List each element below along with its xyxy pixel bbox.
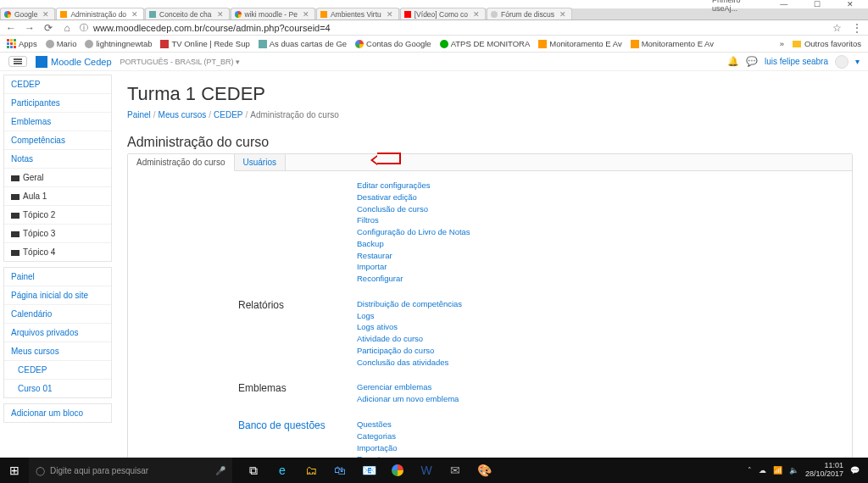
admin-link[interactable]: Importar (357, 261, 470, 273)
bookmarks-overflow[interactable]: » (780, 39, 784, 48)
chrome-tab[interactable]: [Vídeo] Como co✕ (400, 8, 486, 19)
sidebar-item[interactable]: Curso 01 (4, 380, 111, 397)
window-minimize-button[interactable]: — (772, 0, 795, 8)
bookmark-item[interactable]: ATPS DE MONITORA (440, 39, 531, 48)
tray-wifi-icon[interactable]: 📶 (773, 466, 782, 475)
admin-tab[interactable]: Administração do curso (128, 154, 235, 171)
explorer-icon[interactable]: 🗂 (297, 458, 326, 483)
sidebar-item[interactable]: Competências (4, 131, 111, 150)
admin-link[interactable]: Editar configurações (357, 180, 470, 192)
admin-link[interactable]: Desativar edição (357, 192, 470, 203)
taskbar-search[interactable]: ◯ Digite aqui para pesquisar 🎤 (29, 458, 232, 483)
admin-link[interactable]: Reconfigurar (357, 273, 470, 285)
sidebar-item[interactable]: Geral (4, 169, 111, 187)
window-maximize-button[interactable]: ☐ (805, 0, 828, 8)
sidebar-item[interactable]: Tópico 4 (4, 243, 111, 261)
tab-close-icon[interactable]: ✕ (473, 10, 480, 19)
tray-volume-icon[interactable]: 🔈 (789, 466, 798, 475)
admin-link[interactable]: Participação do curso (357, 345, 462, 357)
tab-close-icon[interactable]: ✕ (559, 10, 566, 19)
nav-home-button[interactable]: ⌂ (61, 22, 73, 34)
admin-link[interactable]: Filtros (357, 214, 470, 226)
sidebar-item[interactable]: Tópico 2 (4, 206, 111, 225)
admin-link[interactable]: Distribuição de competências (357, 298, 462, 310)
mic-icon[interactable]: 🎤 (215, 466, 225, 475)
sidebar-item[interactable]: Meus cursos (4, 342, 111, 361)
breadcrumb-link[interactable]: Meus cursos (159, 110, 207, 119)
hamburger-button[interactable] (8, 56, 27, 67)
store-icon[interactable]: 🛍 (326, 458, 354, 483)
admin-link[interactable]: Atividade do curso (357, 333, 462, 345)
bookmark-item[interactable]: TV Online | Rede Sup (160, 39, 249, 48)
sidebar-item[interactable]: Página inicial do site (4, 286, 111, 305)
sidebar-item[interactable]: Calendário (4, 305, 111, 324)
sidebar-item[interactable]: CEDEP (4, 361, 111, 380)
admin-link[interactable]: Restaurar (357, 250, 470, 262)
address-bar[interactable]: ⓘ www.moodlecedep.com.br/course/admin.ph… (80, 22, 824, 34)
chrome-tab[interactable]: Ambientes Virtu✕ (316, 8, 399, 19)
admin-link[interactable]: Backup (357, 238, 470, 250)
user-menu-caret[interactable]: ▾ (855, 57, 860, 66)
tray-chevron-icon[interactable]: ˄ (748, 466, 752, 475)
tab-close-icon[interactable]: ✕ (303, 10, 309, 19)
admin-link[interactable]: Logs (357, 310, 462, 322)
word-icon[interactable]: W (412, 458, 441, 483)
admin-link[interactable]: Logs ativos (357, 321, 462, 333)
sidebar-item[interactable]: Participantes (4, 94, 111, 113)
edge-icon[interactable]: e (268, 458, 297, 483)
bookmark-item[interactable]: Monitoramento E Av (631, 39, 714, 48)
chrome-tab[interactable]: Administração do✕ (56, 8, 144, 19)
task-view-button[interactable]: ⧉ (239, 458, 268, 483)
bookmark-item[interactable]: Mario (46, 39, 77, 48)
admin-link[interactable]: Gerenciar emblemas (357, 381, 459, 393)
taskbar-clock[interactable]: 11:01 28/10/2017 (805, 462, 843, 479)
tab-close-icon[interactable]: ✕ (217, 10, 224, 19)
sidebar-item[interactable]: Arquivos privados (4, 324, 111, 342)
tab-close-icon[interactable]: ✕ (387, 10, 393, 19)
user-name[interactable]: luis felipe seabra (765, 57, 828, 66)
other-bookmarks[interactable]: Outros favoritos (804, 39, 861, 48)
bookmark-item[interactable]: lightningnewtab (85, 39, 152, 48)
sidebar-item[interactable]: Aula 1 (4, 187, 111, 206)
breadcrumb-link[interactable]: CEDEP (214, 110, 242, 119)
admin-link[interactable]: Configuração do Livro de Notas (357, 226, 470, 238)
notifications-button[interactable]: 💬 (850, 466, 860, 475)
admin-link[interactable]: Categorias (357, 430, 398, 442)
language-selector[interactable]: PORTUGUÊS - BRASIL (PT_BR) ▾ (120, 58, 241, 66)
star-icon[interactable]: ☆ (831, 22, 843, 34)
tray-cloud-icon[interactable]: ☁ (759, 466, 766, 475)
admin-link[interactable]: Adicionar um novo emblema (357, 393, 459, 405)
app-icon[interactable]: 📧 (354, 458, 383, 483)
messages-icon[interactable]: 💬 (746, 56, 758, 67)
admin-link[interactable]: Conclusão das atividades (357, 357, 462, 369)
sidebar-item[interactable]: Notas (4, 150, 111, 169)
nav-back-button[interactable]: ← (5, 22, 17, 34)
start-button[interactable]: ⊞ (0, 464, 29, 477)
notification-bell-icon[interactable]: 🔔 (727, 56, 739, 67)
apps-button[interactable]: Apps (7, 39, 37, 48)
info-icon[interactable]: ⓘ (80, 22, 88, 34)
bookmark-item[interactable]: Contas do Google (355, 39, 431, 48)
sidebar-item[interactable]: Painel (4, 268, 111, 286)
avatar[interactable] (835, 55, 849, 69)
nav-reload-button[interactable]: ⟳ (42, 22, 54, 34)
paint-icon[interactable]: 🎨 (470, 458, 498, 483)
chrome-tab[interactable]: Conceito de cha✕ (145, 8, 229, 19)
nav-forward-button[interactable]: → (24, 22, 36, 34)
tab-close-icon[interactable]: ✕ (42, 10, 49, 19)
bookmark-item[interactable]: As duas cartas de Ge (259, 39, 347, 48)
chrome-icon[interactable] (383, 458, 412, 483)
moodle-brand[interactable]: Moodle Cedep (36, 56, 112, 68)
chrome-tab[interactable]: wiki moodle - Pe✕ (231, 8, 315, 19)
mail-icon[interactable]: ✉ (441, 458, 470, 483)
admin-link[interactable]: Importação (357, 442, 398, 454)
admin-link[interactable]: Questões (357, 419, 398, 430)
admin-link[interactable]: Conclusão de curso (357, 203, 470, 215)
bookmark-item[interactable]: Monitoramento E Av (538, 39, 621, 48)
chrome-tab[interactable]: Google✕ (0, 8, 55, 19)
sidebar-item[interactable]: Tópico 3 (4, 225, 111, 243)
breadcrumb-link[interactable]: Painel (127, 110, 151, 119)
window-close-button[interactable]: ✕ (838, 0, 861, 8)
sidebar-item[interactable]: Emblemas (4, 113, 111, 131)
sidebar-item[interactable]: Adicionar um bloco (4, 404, 111, 422)
